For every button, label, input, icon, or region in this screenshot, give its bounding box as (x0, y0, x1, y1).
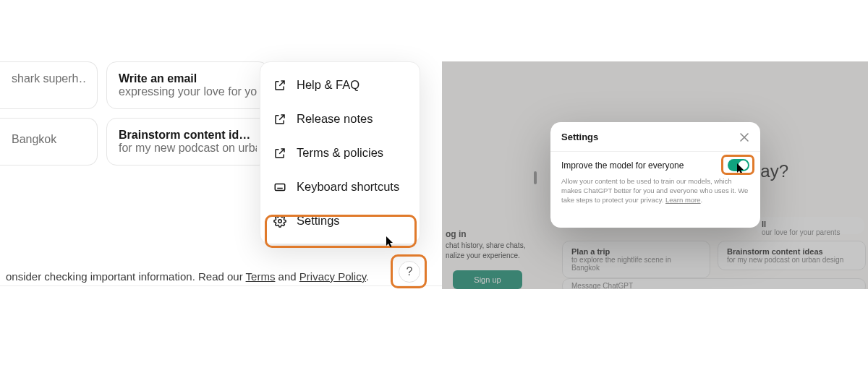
external-link-icon (273, 79, 286, 92)
privacy-link[interactable]: Privacy Policy (299, 270, 366, 283)
improve-model-row: Improve the model for everyone (561, 159, 749, 171)
footer-and: and (275, 270, 299, 283)
suggestion-subtitle: for my new podcast on urba (119, 142, 257, 155)
external-link-icon (273, 113, 286, 126)
menu-item-keyboard-shortcuts[interactable]: Keyboard shortcuts (260, 170, 420, 204)
keyboard-icon (273, 181, 286, 194)
close-icon (739, 132, 749, 142)
menu-item-settings[interactable]: Settings (260, 204, 420, 238)
question-mark-icon: ? (407, 265, 413, 278)
menu-label: Release notes (297, 112, 373, 126)
suggestion-card[interactable]: Bangkok (0, 118, 98, 166)
suggestion-card[interactable]: Brainstorm content ideas for my new podc… (106, 118, 269, 166)
help-menu: Help & FAQ Release notes Terms & policie… (260, 61, 420, 244)
menu-label: Terms & policies (297, 146, 383, 160)
improve-model-label: Improve the model for everyone (561, 160, 684, 171)
suggestion-title: Brainstorm content ideas (119, 129, 257, 142)
footer-text-pre: onsider checking important information. … (6, 270, 246, 283)
learn-more-link[interactable]: Learn more (665, 196, 701, 204)
close-button[interactable] (739, 132, 749, 142)
menu-item-help-faq[interactable]: Help & FAQ (260, 68, 420, 102)
suggestion-card[interactable]: shark superh… (0, 61, 98, 109)
terms-link[interactable]: Terms (246, 270, 276, 283)
modal-header: Settings (550, 122, 760, 152)
cursor-icon (386, 236, 395, 248)
suggestion-subtitle: expressing your love for yo (119, 85, 257, 98)
help-button[interactable]: ? (399, 261, 420, 283)
menu-label: Help & FAQ (297, 78, 359, 92)
desc-text: Allow your content to be used to train o… (561, 177, 748, 204)
right-screenshot: og in chat history, share chats, nalize … (442, 61, 868, 289)
gear-icon (273, 215, 286, 228)
bg-divider (534, 171, 537, 184)
external-link-icon (273, 147, 286, 160)
menu-label: Settings (297, 214, 340, 228)
improve-model-toggle[interactable] (728, 159, 749, 171)
improve-model-description: Allow your content to be used to train o… (561, 177, 749, 205)
svg-rect-0 (275, 184, 285, 190)
footer-period: . (366, 270, 369, 283)
modal-body: Improve the model for everyone Allow you… (550, 152, 760, 215)
menu-item-release-notes[interactable]: Release notes (260, 102, 420, 136)
suggestion-subtitle: shark superh… (12, 72, 85, 85)
svg-point-1 (278, 219, 282, 223)
settings-modal: Settings Improve the model for everyone … (550, 122, 760, 228)
suggestion-subtitle: Bangkok (12, 133, 85, 146)
footer-divider (0, 285, 442, 286)
menu-item-terms-policies[interactable]: Terms & policies (260, 136, 420, 170)
footer-disclaimer: onsider checking important information. … (6, 270, 369, 283)
suggestion-title: Write an email (119, 72, 257, 85)
menu-label: Keyboard shortcuts (297, 180, 399, 194)
left-screenshot: shark superh… Write an email expressing … (0, 0, 442, 391)
toggle-container (728, 159, 749, 171)
modal-title: Settings (561, 132, 598, 142)
suggestion-card[interactable]: Write an email expressing your love for … (106, 61, 269, 109)
